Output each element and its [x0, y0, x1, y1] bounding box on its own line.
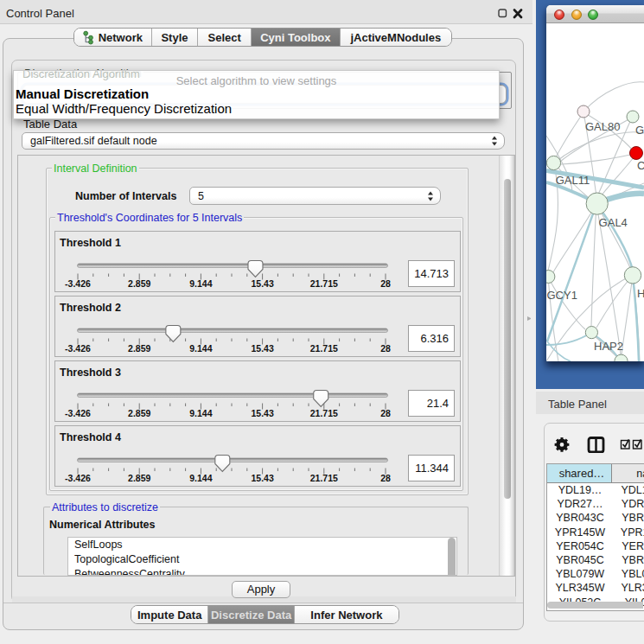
svg-text:G: G: [635, 124, 644, 137]
svg-text:GAL4: GAL4: [599, 216, 628, 229]
svg-text:15.43: 15.43: [251, 278, 273, 289]
svg-text:HAP2: HAP2: [594, 340, 623, 353]
svg-text:9.144: 9.144: [189, 343, 212, 354]
svg-text:GCY1: GCY1: [547, 289, 577, 302]
svg-text:-3.426: -3.426: [65, 343, 91, 354]
svg-text:9.144: 9.144: [189, 278, 212, 289]
svg-text:-3.426: -3.426: [65, 408, 91, 418]
svg-text:2.859: 2.859: [128, 278, 150, 289]
svg-text:9.144: 9.144: [189, 473, 212, 483]
svg-text:15.43: 15.43: [251, 408, 273, 418]
svg-text:2.859: 2.859: [128, 408, 150, 418]
svg-text:28: 28: [380, 278, 391, 289]
svg-text:21.715: 21.715: [310, 278, 338, 289]
svg-text:21.715: 21.715: [310, 473, 338, 483]
svg-text:2.859: 2.859: [128, 473, 150, 483]
svg-text:C: C: [637, 159, 644, 172]
svg-text:GAL11: GAL11: [556, 174, 590, 187]
svg-text:15.43: 15.43: [251, 473, 273, 483]
svg-text:28: 28: [380, 473, 391, 483]
svg-text:H: H: [637, 287, 644, 300]
svg-text:-3.426: -3.426: [65, 278, 91, 289]
svg-text:28: 28: [380, 343, 391, 354]
svg-text:15.43: 15.43: [251, 343, 273, 354]
svg-text:21.715: 21.715: [310, 343, 338, 354]
svg-text:9.144: 9.144: [189, 408, 212, 418]
svg-text:21.715: 21.715: [310, 408, 338, 418]
svg-text:GAL80: GAL80: [585, 120, 620, 133]
svg-text:-3.426: -3.426: [65, 473, 91, 483]
svg-text:2.859: 2.859: [128, 343, 150, 354]
svg-text:28: 28: [380, 408, 391, 418]
